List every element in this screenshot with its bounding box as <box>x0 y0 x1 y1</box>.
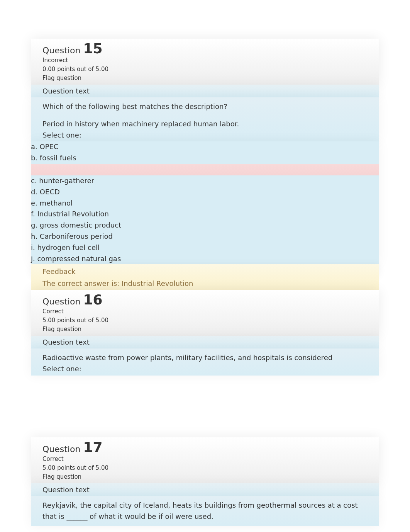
option-j[interactable]: j. compressed natural gas <box>31 253 379 265</box>
question-text-label: Question text <box>31 336 379 348</box>
option-i[interactable]: i. hydrogen fuel cell <box>31 242 379 253</box>
question-description: Period in history when machinery replace… <box>42 119 368 130</box>
option-selected-incorrect <box>31 164 379 175</box>
option-h[interactable]: h. Carboniferous period <box>31 231 379 242</box>
option-c[interactable]: c. hunter-gatherer <box>31 175 379 187</box>
answer-options: a. OPEC b. fossil fuels c. hunter-gather… <box>31 141 379 264</box>
question-prompt: Reykjavik, the capital city of Iceland, … <box>42 500 368 522</box>
question-status: Correct <box>42 455 368 463</box>
option-b[interactable]: b. fossil fuels <box>31 153 379 164</box>
feedback-label: Feedback <box>31 264 379 277</box>
select-one-label: Select one: <box>42 130 368 141</box>
question-points: 5.00 points out of 5.00 <box>42 316 368 325</box>
question-title: Question 16 <box>42 293 368 307</box>
option-e[interactable]: e. methanol <box>31 198 379 209</box>
option-g[interactable]: g. gross domestic product <box>31 220 379 231</box>
question-status: Correct <box>42 308 368 316</box>
flag-question-link[interactable]: Flag question <box>42 473 368 481</box>
question-header: Question 15 Incorrect 0.00 points out of… <box>31 39 379 85</box>
question-status: Incorrect <box>42 56 368 65</box>
question-text-label: Question text <box>31 483 379 496</box>
blank-space <box>31 376 379 437</box>
question-16: Question 16 Correct 5.00 points out of 5… <box>31 290 379 376</box>
question-title: Question 17 <box>42 440 368 454</box>
question-body: Radioactive waste from power plants, mil… <box>31 348 379 376</box>
question-prompt: Which of the following best matches the … <box>42 101 368 112</box>
question-number: 16 <box>83 292 102 308</box>
question-number: 15 <box>83 41 102 56</box>
question-label: Question <box>42 297 80 306</box>
question-body: Reykjavik, the capital city of Iceland, … <box>31 496 379 526</box>
feedback-text: The correct answer is: Industrial Revolu… <box>31 277 379 290</box>
question-points: 0.00 points out of 5.00 <box>42 65 368 73</box>
question-header: Question 17 Correct 5.00 points out of 5… <box>31 437 379 483</box>
question-label: Question <box>42 46 80 55</box>
question-label: Question <box>42 444 80 454</box>
question-points: 5.00 points out of 5.00 <box>42 464 368 472</box>
question-15: Question 15 Incorrect 0.00 points out of… <box>31 39 379 290</box>
flag-question-link[interactable]: Flag question <box>42 325 368 333</box>
flag-question-link[interactable]: Flag question <box>42 74 368 82</box>
question-text-label: Question text <box>31 85 379 97</box>
option-a[interactable]: a. OPEC <box>31 141 379 153</box>
question-header: Question 16 Correct 5.00 points out of 5… <box>31 290 379 336</box>
option-f[interactable]: f. Industrial Revolution <box>31 209 379 220</box>
option-d[interactable]: d. OECD <box>31 187 379 198</box>
question-number: 17 <box>83 439 102 455</box>
select-one-label: Select one: <box>42 364 368 375</box>
question-17: Question 17 Correct 5.00 points out of 5… <box>31 437 379 526</box>
question-body: Which of the following best matches the … <box>31 97 379 141</box>
question-title: Question 15 <box>42 42 368 56</box>
question-prompt: Radioactive waste from power plants, mil… <box>42 352 368 364</box>
